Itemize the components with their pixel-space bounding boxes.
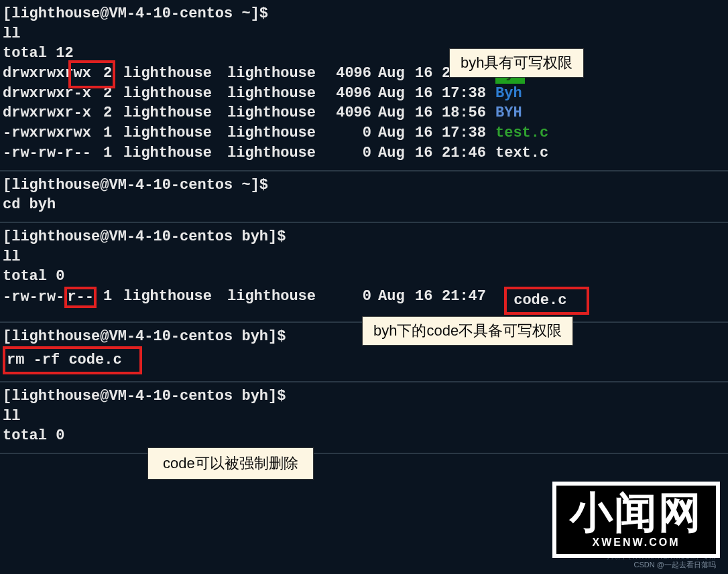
ls-row: drwxrwxr-x2lighthouselighthouse4096Aug16… [0,84,728,104]
ls-row: -rwxrwxrwx1lighthouselighthouse0Aug1617:… [0,123,728,143]
annotation-1: byh具有可写权限 [449,48,584,78]
command-ll: ll [0,407,728,427]
prompt: [lighthouse@VM-4-10-centos byh]$ [0,386,728,407]
annotation-3: code可以被强制删除 [147,447,314,480]
annotation-2: byh下的code不具备可写权限 [362,316,573,346]
ls-row: drwxrwxr-x2lighthouselighthouse4096Aug16… [0,103,728,123]
command-rm: rm -rf code.c [0,346,728,374]
terminal-block-1: [lighthouse@VM-4-10-centos ~]$ ll total … [0,0,728,171]
terminal-block-3: [lighthouse@VM-4-10-centos byh]$ ll tota… [0,223,728,323]
filename: text.c [495,143,548,163]
ls-row: -rw-rw-r--1lighthouselighthouse0Aug1621:… [0,143,728,163]
ls-row: drwxrwxrwx2lighthouselighthouse4096Aug16… [0,64,728,84]
filename: BYH [495,103,522,123]
command-cd: cd byh [0,195,728,215]
prompt: [lighthouse@VM-4-10-centos ~]$ [0,4,728,24]
prompt: [lighthouse@VM-4-10-centos ~]$ [0,175,728,196]
highlight-box-filename: code.c [504,287,589,315]
ls-row-code: -rw-rw-r-- 1 lighthouse lighthouse 0 Aug… [0,287,728,315]
command-ll: ll [0,247,728,267]
total-line: total 0 [0,426,728,446]
command-ll: ll [0,24,728,44]
highlight-box-perm: r-- [64,287,97,308]
total-line: total 0 [0,267,728,287]
footer-watermark-2: CSDN @一起去看日落吗 [634,560,716,570]
highlight-box-rm: rm -rf code.c [3,346,142,374]
filename: Byh [495,84,522,104]
ls-output: drwxrwxrwx2lighthouselighthouse4096Aug16… [0,64,728,163]
terminal-block-5: [lighthouse@VM-4-10-centos byh]$ ll tota… [0,382,728,454]
filename: test.c [495,123,548,143]
total-line: total 12 [0,44,728,64]
watermark-logo: 小闻网 XWENW.COM [552,482,720,558]
watermark-small: XWENW.COM [570,535,703,550]
prompt: [lighthouse@VM-4-10-centos byh]$ [0,227,728,247]
terminal-block-2: [lighthouse@VM-4-10-centos ~]$ cd byh [0,171,728,223]
watermark-big: 小闻网 [570,491,703,534]
